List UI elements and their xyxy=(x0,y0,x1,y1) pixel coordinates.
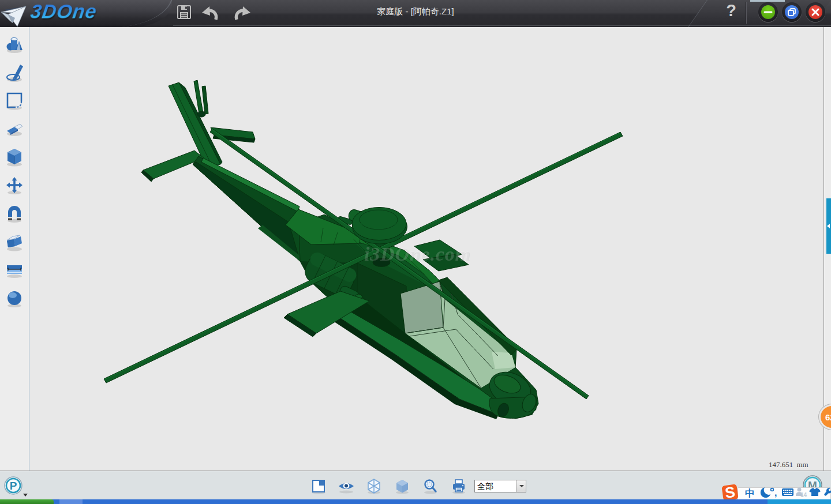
svg-text:中: 中 xyxy=(745,488,755,499)
svg-text:14: 14 xyxy=(800,492,807,498)
svg-text:,: , xyxy=(774,488,777,498)
svg-text:i3DOne.com: i3DOne.com xyxy=(364,243,470,265)
svg-text:P: P xyxy=(10,480,17,492)
